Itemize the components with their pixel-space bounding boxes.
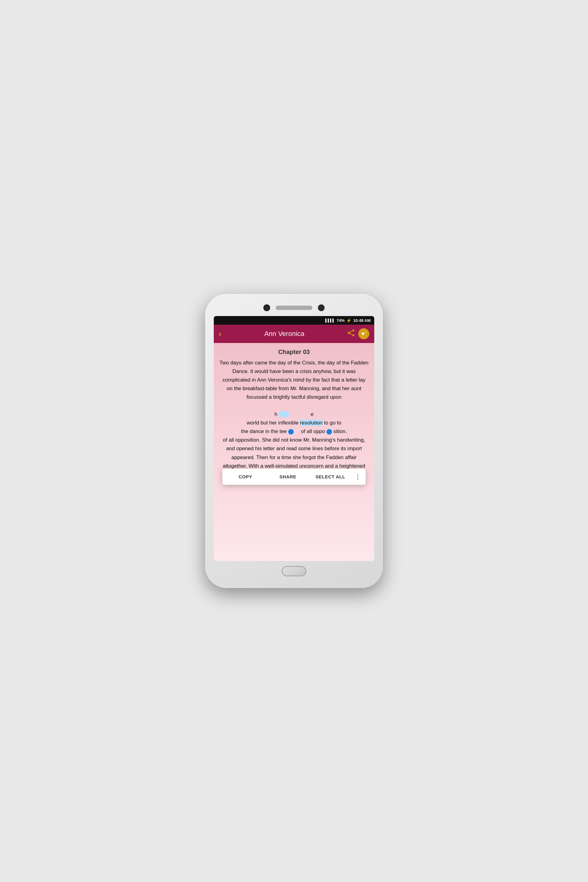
book-paragraph-1: Two days after came the day of the Crisi… <box>220 360 369 400</box>
share-button[interactable] <box>347 330 355 338</box>
text-selection-menu: COPY SHARE SELECT ALL ⋮ <box>222 469 366 485</box>
volume-silent-button <box>203 362 205 372</box>
selection-handle-right <box>327 429 332 435</box>
book-paragraph-4: of all opposition. She did not know Mr. … <box>223 437 365 469</box>
book-text[interactable]: Two days after came the day of the Crisi… <box>214 358 374 475</box>
book-paragraph-2: h <box>274 411 277 417</box>
volume-down-button <box>203 397 205 412</box>
book-content-area: Chapter 03 Two days after came the day o… <box>214 343 374 561</box>
selected-text-start <box>279 411 289 417</box>
signal-icon: ▌▌▌▌ <box>325 318 335 322</box>
share-text-button[interactable]: SHARE <box>267 470 309 484</box>
front-camera-right <box>318 304 325 311</box>
copy-button[interactable]: COPY <box>224 470 267 484</box>
battery-icon: ⚡ <box>346 318 351 323</box>
header-icons: ♥+ <box>347 328 369 339</box>
svg-line-4 <box>348 333 353 335</box>
power-button <box>383 380 385 395</box>
book-title: Ann Veronica <box>264 330 304 338</box>
book-paragraph-3b: to go to <box>322 420 341 426</box>
battery-text: 74% <box>337 318 345 323</box>
chapter-title: Chapter 03 <box>214 343 374 358</box>
phone-top-bar <box>214 303 374 311</box>
select-all-button[interactable]: SELECT ALL <box>309 470 352 484</box>
app-header: ‹ Ann Veronica ♥+ <box>214 325 374 343</box>
selected-resolution: resolution <box>300 420 322 426</box>
phone-screen: ▌▌▌▌ 74% ⚡ 10:48 AM ‹ Ann Veronica <box>214 316 374 561</box>
earpiece-speaker <box>276 306 312 310</box>
status-bar: ▌▌▌▌ 74% ⚡ 10:48 AM <box>214 316 374 325</box>
phone-frame: ▌▌▌▌ 74% ⚡ 10:48 AM ‹ Ann Veronica <box>205 294 383 588</box>
more-options-button[interactable]: ⋮ <box>352 470 364 484</box>
volume-up-button <box>203 376 205 392</box>
home-button[interactable] <box>282 566 306 576</box>
time-text: 10:48 AM <box>353 318 370 323</box>
back-button[interactable]: ‹ <box>219 329 221 339</box>
book-paragraph-3a: world but her inflexible <box>246 420 300 426</box>
svg-line-3 <box>348 330 353 333</box>
selection-handle-left <box>288 429 294 435</box>
add-to-favorites-button[interactable]: ♥+ <box>358 328 369 339</box>
front-camera-left <box>263 304 270 311</box>
phone-bottom <box>214 561 374 579</box>
